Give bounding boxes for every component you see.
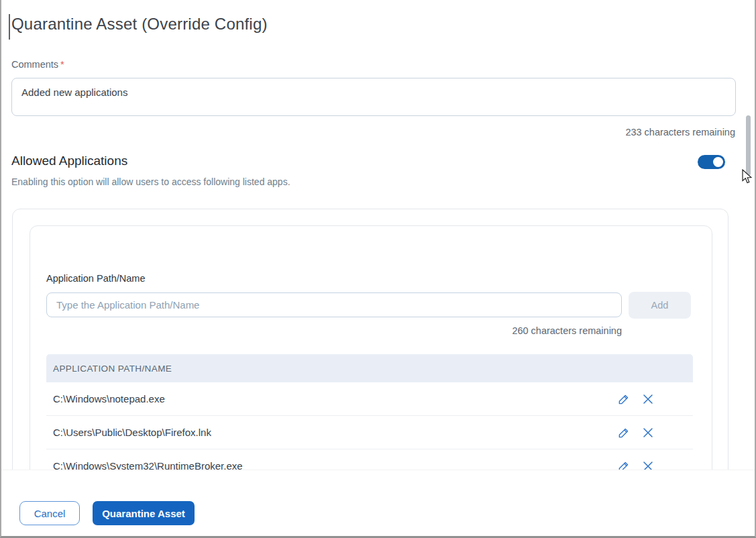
delete-icon[interactable] xyxy=(641,392,655,407)
application-path-cell: C:\Windows\System32\RuntimeBroker.exe xyxy=(53,460,243,470)
text-caret xyxy=(9,14,10,40)
page-title: Quarantine Asset (Override Config) xyxy=(11,15,268,34)
edit-icon[interactable] xyxy=(616,459,631,470)
comments-label-text: Comments xyxy=(11,59,58,70)
row-actions xyxy=(616,425,686,440)
application-path-label: Application Path/Name xyxy=(46,273,146,284)
row-actions xyxy=(616,392,686,407)
allowed-applications-card: Application Path/Name Add 260 characters… xyxy=(12,209,728,470)
application-path-cell: C:\Windows\notepad.exe xyxy=(53,393,165,405)
edit-icon[interactable] xyxy=(616,392,631,407)
allowed-applications-description: Enabling this option will allow users to… xyxy=(11,176,290,187)
application-path-input[interactable] xyxy=(46,292,622,317)
required-asterisk: * xyxy=(60,59,64,70)
table-row: C:\Windows\System32\RuntimeBroker.exe xyxy=(46,449,693,470)
allowed-applications-heading: Allowed Applications xyxy=(11,154,127,168)
allowed-applications-toggle[interactable] xyxy=(698,155,725,169)
row-actions xyxy=(616,459,686,470)
quarantine-dialog: Quarantine Asset (Override Config) Comme… xyxy=(0,0,756,538)
table-header: APPLICATION PATH/NAME xyxy=(46,354,693,382)
mouse-cursor-icon xyxy=(742,169,753,188)
comments-chars-remaining: 233 characters remaining xyxy=(625,127,735,138)
add-button[interactable]: Add xyxy=(629,292,691,319)
delete-icon[interactable] xyxy=(641,459,655,470)
comments-textarea[interactable]: Added new applications xyxy=(11,78,736,116)
application-list-card: Application Path/Name Add 260 characters… xyxy=(30,225,712,470)
path-chars-remaining: 260 characters remaining xyxy=(46,325,622,336)
comments-label: Comments* xyxy=(11,59,64,70)
table-row: C:\Users\Public\Desktop\Firefox.lnk xyxy=(46,416,693,449)
quarantine-asset-button[interactable]: Quarantine Asset xyxy=(93,501,195,525)
scrollbar-thumb[interactable] xyxy=(746,115,751,176)
edit-icon[interactable] xyxy=(616,425,631,440)
dialog-footer: Cancel Quarantine Asset xyxy=(1,470,755,536)
table-row: C:\Windows\notepad.exe xyxy=(46,382,693,416)
cancel-button[interactable]: Cancel xyxy=(19,501,80,525)
delete-icon[interactable] xyxy=(641,425,655,440)
application-table: APPLICATION PATH/NAME C:\Windows\notepad… xyxy=(46,354,693,470)
dialog-content: Quarantine Asset (Override Config) Comme… xyxy=(1,0,755,470)
toggle-knob xyxy=(713,157,723,167)
application-path-cell: C:\Users\Public\Desktop\Firefox.lnk xyxy=(53,427,211,438)
